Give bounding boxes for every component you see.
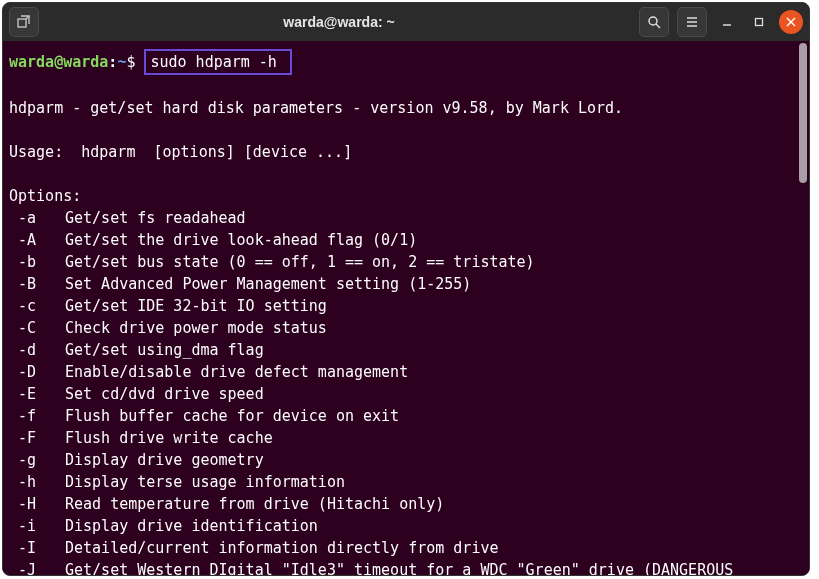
option-desc: Get/set IDE 32-bit IO setting xyxy=(65,297,327,315)
option-row: -iDisplay drive identification xyxy=(9,515,803,537)
title-bar-right xyxy=(639,7,803,37)
svg-line-4 xyxy=(656,24,660,28)
option-flag: -h xyxy=(9,471,65,493)
option-flag: -H xyxy=(9,493,65,515)
command-text: sudo hdparm -h xyxy=(150,53,276,71)
title-bar-left xyxy=(9,7,39,37)
option-row: -AGet/set the drive look-ahead flag (0/1… xyxy=(9,229,803,251)
option-flag: -d xyxy=(9,339,65,361)
option-row: -DEnable/disable drive defect management xyxy=(9,361,803,383)
option-desc: Read temperature from drive (Hitachi onl… xyxy=(65,495,444,513)
close-button[interactable] xyxy=(779,10,803,34)
option-desc: Flush drive write cache xyxy=(65,429,273,447)
option-desc: Flush buffer cache for device on exit xyxy=(65,407,399,425)
hamburger-icon xyxy=(685,15,699,29)
option-desc: Get/set bus state (0 == off, 1 == on, 2 … xyxy=(65,253,535,271)
prompt-dollar: $ xyxy=(126,53,135,71)
search-button[interactable] xyxy=(639,7,669,37)
option-desc: Get/set Western DIgital "Idle3" timeout … xyxy=(65,561,733,575)
minimize-icon xyxy=(722,17,732,27)
option-desc: Display terse usage information xyxy=(65,473,345,491)
option-flag: -g xyxy=(9,449,65,471)
option-row: -ESet cd/dvd drive speed xyxy=(9,383,803,405)
option-row: -dGet/set using_dma flag xyxy=(9,339,803,361)
maximize-button[interactable] xyxy=(747,10,771,34)
options-title: Options: xyxy=(9,187,81,205)
option-flag: -f xyxy=(9,405,65,427)
option-row: -fFlush buffer cache for device on exit xyxy=(9,405,803,427)
option-flag: -C xyxy=(9,317,65,339)
option-row: -JGet/set Western DIgital "Idle3" timeou… xyxy=(9,559,803,575)
option-flag: -b xyxy=(9,251,65,273)
terminal-output[interactable]: warda@warda:~$ sudo hdparm -h hdparm - g… xyxy=(3,41,809,575)
option-row: -FFlush drive write cache xyxy=(9,427,803,449)
option-desc: Set cd/dvd drive speed xyxy=(65,385,264,403)
scrollbar-thumb[interactable] xyxy=(799,43,807,183)
close-icon xyxy=(786,17,796,27)
maximize-icon xyxy=(754,17,764,27)
option-desc: Get/set fs readahead xyxy=(65,209,246,227)
option-desc: Display drive geometry xyxy=(65,451,264,469)
command-highlight: sudo hdparm -h xyxy=(144,49,291,75)
minimize-button[interactable] xyxy=(715,10,739,34)
options-list: -aGet/set fs readahead-AGet/set the driv… xyxy=(9,207,803,575)
option-flag: -J xyxy=(9,559,65,575)
new-tab-button[interactable] xyxy=(9,7,39,37)
option-row: -CCheck drive power mode status xyxy=(9,317,803,339)
option-desc: Check drive power mode status xyxy=(65,319,327,337)
option-desc: Get/set the drive look-ahead flag (0/1) xyxy=(65,231,417,249)
search-icon xyxy=(647,15,661,29)
menu-button[interactable] xyxy=(677,7,707,37)
option-flag: -i xyxy=(9,515,65,537)
option-row: -HRead temperature from drive (Hitachi o… xyxy=(9,493,803,515)
option-row: -IDetailed/current information directly … xyxy=(9,537,803,559)
terminal-window: warda@warda: ~ xyxy=(2,2,810,576)
option-desc: Enable/disable drive defect management xyxy=(65,363,408,381)
option-flag: -F xyxy=(9,427,65,449)
option-row: -BSet Advanced Power Management setting … xyxy=(9,273,803,295)
option-flag: -a xyxy=(9,207,65,229)
option-row: -aGet/set fs readahead xyxy=(9,207,803,229)
option-flag: -D xyxy=(9,361,65,383)
option-row: -gDisplay drive geometry xyxy=(9,449,803,471)
option-desc: Display drive identification xyxy=(65,517,318,535)
option-desc: Set Advanced Power Management setting (1… xyxy=(65,275,471,293)
option-row: -bGet/set bus state (0 == off, 1 == on, … xyxy=(9,251,803,273)
option-flag: -E xyxy=(9,383,65,405)
option-row: -cGet/set IDE 32-bit IO setting xyxy=(9,295,803,317)
svg-point-3 xyxy=(649,17,657,25)
option-flag: -I xyxy=(9,537,65,559)
window-title: warda@warda: ~ xyxy=(39,14,639,30)
title-bar: warda@warda: ~ xyxy=(3,3,809,41)
output-header: hdparm - get/set hard disk parameters - … xyxy=(9,99,623,117)
prompt-user-host: warda@warda xyxy=(9,53,108,71)
option-row: -hDisplay terse usage information xyxy=(9,471,803,493)
option-flag: -c xyxy=(9,295,65,317)
option-flag: -A xyxy=(9,229,65,251)
option-desc: Get/set using_dma flag xyxy=(65,341,264,359)
output-usage: Usage: hdparm [options] [device ...] xyxy=(9,143,352,161)
svg-rect-9 xyxy=(756,19,763,26)
new-tab-icon xyxy=(17,15,31,29)
option-desc: Detailed/current information directly fr… xyxy=(65,539,498,557)
option-flag: -B xyxy=(9,273,65,295)
